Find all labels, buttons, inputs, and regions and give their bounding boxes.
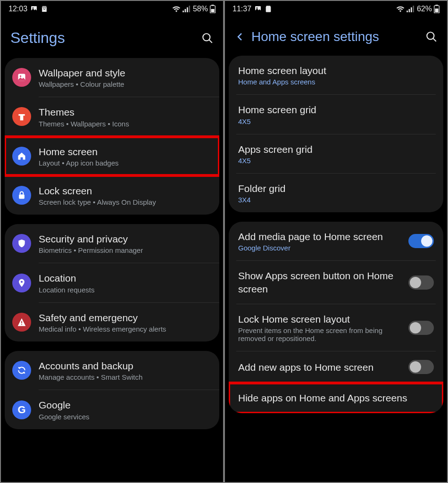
phone-left-settings: 12:03 58% Settings Wallpaper and style W… [1, 1, 223, 482]
item-folder-grid[interactable]: Folder grid 3X4 [229, 174, 443, 212]
page-title: Settings [10, 29, 196, 47]
item-title: Show Apps screen button on Home screen [238, 269, 401, 295]
settings-list[interactable]: Wallpaper and style Wallpapers • Colour … [1, 58, 223, 482]
settings-item-security[interactable]: Security and privacy Biometrics • Permis… [5, 224, 219, 263]
item-sub: Layout • App icon badges [39, 159, 212, 167]
group-grids: Home screen layout Home and Apps screens… [229, 56, 443, 212]
item-title: Lock Home screen layout [238, 313, 401, 325]
shield-icon [12, 234, 31, 253]
svg-point-1 [33, 8, 34, 9]
item-media-page[interactable]: Add media page to Home screen Google Dis… [229, 222, 443, 260]
toggle-add-new-apps[interactable] [408, 360, 434, 374]
item-sub: Location requests [39, 286, 212, 294]
search-button[interactable] [201, 32, 214, 44]
toggle-apps-button[interactable] [408, 275, 434, 290]
svg-point-9 [203, 33, 210, 41]
status-bar: 11:37 62% [225, 1, 447, 15]
item-title: Hide apps on Home and Apps screens [238, 391, 434, 404]
item-title: Lock screen [39, 184, 212, 197]
item-hide-apps[interactable]: Hide apps on Home and Apps screens [229, 383, 443, 413]
item-title: Accounts and backup [39, 359, 212, 372]
item-show-apps-button[interactable]: Show Apps screen button on Home screen [229, 261, 443, 304]
settings-item-google[interactable]: G Google Google services [5, 390, 219, 429]
svg-rect-3 [185, 9, 186, 12]
settings-item-accounts[interactable]: Accounts and backup Manage accounts • Sm… [5, 351, 219, 390]
settings-item-lock-screen[interactable]: Lock screen Screen lock type • Always On… [5, 176, 219, 215]
item-sub: Manage accounts • Smart Switch [39, 373, 212, 381]
home-settings-list[interactable]: Home screen layout Home and Apps screens… [225, 56, 447, 482]
status-time: 12:03 [8, 5, 27, 13]
item-sub: Themes • Wallpapers • Icons [39, 120, 212, 128]
svg-point-18 [257, 8, 258, 9]
item-sub: Biometrics • Permission manager [39, 246, 212, 254]
item-title: Home screen layout [238, 64, 434, 77]
item-sub: Wallpapers • Colour palette [39, 80, 212, 88]
svg-line-27 [433, 38, 436, 42]
group-options: Add media page to Home screen Google Dis… [229, 222, 443, 413]
settings-group-display: Wallpaper and style Wallpapers • Colour … [5, 58, 219, 215]
toggle-media-page[interactable] [408, 234, 434, 248]
svg-rect-25 [435, 8, 438, 12]
status-battery-pct: 62% [417, 5, 432, 13]
item-home-layout[interactable]: Home screen layout Home and Apps screens [229, 56, 443, 94]
svg-rect-19 [407, 11, 408, 13]
gallery-icon [30, 5, 38, 13]
settings-item-themes[interactable]: Themes Themes • Wallpapers • Icons [5, 97, 219, 136]
home-icon [12, 147, 31, 166]
settings-item-home-screen[interactable]: Home screen Layout • App icon badges [5, 137, 219, 175]
item-title: Folder grid [238, 182, 434, 195]
item-title: Wallpaper and style [39, 67, 212, 79]
item-sub: Google services [39, 413, 212, 421]
svg-point-12 [20, 75, 21, 77]
item-sub: 4X5 [238, 117, 434, 125]
svg-rect-2 [183, 11, 184, 13]
wifi-icon [172, 6, 181, 12]
sync-icon [12, 361, 31, 380]
item-title: Apps screen grid [238, 143, 434, 156]
settings-item-location[interactable]: Location Location requests [5, 263, 219, 302]
item-sub: Google Discover [238, 244, 401, 252]
status-bar: 12:03 58% [1, 1, 223, 15]
shopping-icon [41, 5, 48, 13]
svg-rect-5 [189, 6, 190, 12]
item-title: Themes [39, 106, 212, 118]
item-title: Home screen grid [238, 103, 434, 116]
signal-icon [183, 6, 191, 12]
signal-icon [407, 6, 415, 12]
settings-item-safety[interactable]: Safety and emergency Medical info • Wire… [5, 303, 219, 341]
svg-rect-21 [411, 8, 412, 13]
item-home-grid[interactable]: Home screen grid 4X5 [229, 95, 443, 133]
item-title: Safety and emergency [39, 311, 212, 324]
item-lock-layout[interactable]: Lock Home screen layout Prevent items on… [229, 304, 443, 351]
lock-icon [12, 186, 31, 205]
svg-rect-22 [413, 6, 414, 12]
google-icon: G [12, 400, 31, 419]
item-title: Add media page to Home screen [238, 230, 401, 243]
themes-icon [12, 107, 31, 126]
item-sub: 4X5 [238, 157, 434, 165]
settings-group-accounts: Accounts and backup Manage accounts • Sm… [5, 351, 219, 429]
back-button[interactable] [234, 31, 246, 42]
shopping-icon [265, 5, 272, 13]
toggle-lock-layout[interactable] [408, 321, 434, 335]
item-sub: Medical info • Wireless emergency alerts [39, 325, 212, 333]
item-title: Location [39, 272, 212, 284]
svg-rect-13 [19, 194, 25, 199]
item-sub: 3X4 [238, 196, 434, 204]
svg-rect-16 [21, 324, 22, 325]
page-title: Home screen settings [251, 29, 420, 44]
svg-line-10 [209, 40, 212, 43]
battery-icon [210, 5, 216, 13]
svg-rect-15 [21, 321, 22, 323]
settings-group-security: Security and privacy Biometrics • Permis… [5, 224, 219, 341]
settings-item-wallpaper[interactable]: Wallpaper and style Wallpapers • Colour … [5, 58, 219, 97]
svg-rect-8 [211, 9, 214, 12]
item-sub: Screen lock type • Always On Display [39, 198, 212, 206]
search-button[interactable] [425, 31, 438, 43]
item-title: Google [39, 399, 212, 411]
item-apps-grid[interactable]: Apps screen grid 4X5 [229, 134, 443, 173]
item-add-new-apps[interactable]: Add new apps to Home screen [229, 351, 443, 383]
svg-point-26 [427, 32, 434, 39]
gallery-icon [254, 5, 262, 13]
battery-icon [434, 5, 440, 13]
